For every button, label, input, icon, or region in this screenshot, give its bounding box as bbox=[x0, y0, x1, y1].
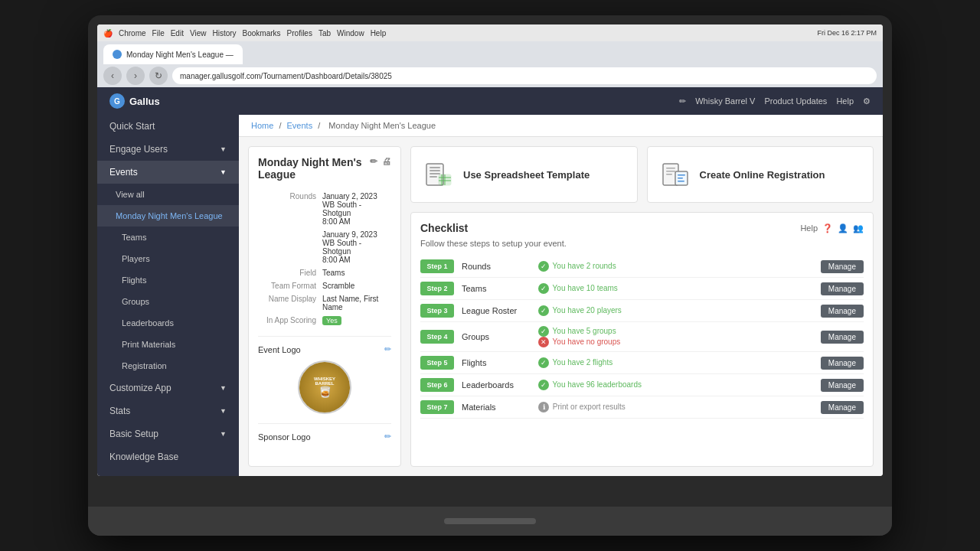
round1-info: January 2, 2023 WB South - Shotgun 8:00 … bbox=[319, 190, 391, 228]
settings-icon[interactable]: ⚙ bbox=[863, 96, 871, 106]
step6-status-text: You have 96 leaderboards bbox=[553, 380, 642, 389]
field-value: Teams bbox=[319, 266, 391, 279]
kb-label: Knowledge Base bbox=[109, 452, 178, 462]
sidebar-item-teams[interactable]: Teams bbox=[97, 227, 239, 248]
event-details: Rounds January 2, 2023 WB South - Shotgu… bbox=[258, 190, 391, 327]
spreadsheet-template-card[interactable]: Use Spreadsheet Template bbox=[410, 146, 638, 203]
name-display-value: Last Name, First Name bbox=[319, 292, 391, 314]
laptop-base bbox=[88, 507, 892, 536]
action-cards: Use Spreadsheet Template bbox=[410, 146, 874, 203]
online-registration-card[interactable]: Create Online Registration bbox=[647, 146, 874, 203]
step6-badge: Step 6 bbox=[420, 378, 454, 392]
event-title-icons: ✏ 🖨 bbox=[370, 156, 391, 167]
round1-time: 8:00 AM bbox=[322, 217, 388, 226]
product-updates-link[interactable]: Product Updates bbox=[764, 96, 827, 106]
content-body: Monday Night Men's League ✏ 🖨 Rounds bbox=[239, 137, 883, 476]
breadcrumb-sep2: / bbox=[318, 121, 322, 130]
event-panel: Monday Night Men's League ✏ 🖨 Rounds bbox=[248, 146, 401, 467]
forward-button[interactable]: › bbox=[126, 67, 145, 85]
round2-row: January 9, 2023 WB South - Shotgun 8:00 … bbox=[258, 228, 391, 266]
app-container: G Gallus ✏ Whisky Barrel V Product Updat… bbox=[97, 87, 883, 476]
mac-bar-right: Fri Dec 16 2:17 PM bbox=[817, 29, 877, 37]
checklist-panel: Checklist Help ❓ 👤 👥 Follow these steps … bbox=[410, 212, 874, 467]
breadcrumb-home[interactable]: Home bbox=[251, 121, 273, 130]
refresh-button[interactable]: ↻ bbox=[149, 67, 168, 85]
sidebar-item-print[interactable]: Print Materials bbox=[97, 334, 239, 355]
step1-ok-icon: ✓ bbox=[538, 261, 549, 272]
app-header: G Gallus ✏ Whisky Barrel V Product Updat… bbox=[97, 87, 883, 115]
checklist-help-icon[interactable]: ❓ bbox=[822, 223, 833, 233]
sidebar-item-registration[interactable]: Registration bbox=[97, 355, 239, 377]
url-bar[interactable]: manager.gallusgolf.com/Tournament/Dashbo… bbox=[172, 67, 877, 84]
checklist-share-icon[interactable]: 👥 bbox=[853, 223, 864, 233]
sidebar-item-customize[interactable]: Customize App ▼ bbox=[97, 377, 239, 399]
sidebar-item-engage[interactable]: Engage Users ▼ bbox=[97, 138, 239, 161]
active-tab[interactable]: Monday Night Men's League — bbox=[103, 44, 243, 64]
sidebar-item-leaderboards[interactable]: Leaderboards bbox=[97, 312, 239, 334]
clock: Fri Dec 16 2:17 PM bbox=[817, 29, 877, 37]
back-button[interactable]: ‹ bbox=[103, 67, 122, 85]
sidebar-item-quickstart[interactable]: Quick Start bbox=[97, 115, 239, 138]
svg-rect-11 bbox=[666, 168, 675, 169]
step3-manage-button[interactable]: Manage bbox=[821, 305, 864, 318]
event-logo-edit-icon[interactable]: ✏ bbox=[384, 344, 391, 354]
monday-league-label: Monday Night Men's League bbox=[116, 211, 223, 220]
svg-rect-16 bbox=[678, 178, 683, 179]
tab-menu: Tab bbox=[318, 29, 331, 37]
team-format-value: Scramble bbox=[319, 279, 391, 292]
sponsor-logo-edit-icon[interactable]: ✏ bbox=[384, 432, 391, 442]
rounds-row: Rounds January 2, 2023 WB South - Shotgu… bbox=[258, 190, 391, 228]
sidebar-item-events[interactable]: Events ▼ bbox=[97, 161, 239, 184]
step1-manage-button[interactable]: Manage bbox=[821, 260, 864, 273]
step4-manage-button[interactable]: Manage bbox=[821, 331, 864, 344]
step6-manage-button[interactable]: Manage bbox=[821, 379, 864, 392]
step7-name: Materials bbox=[462, 403, 531, 412]
sidebar-item-monday-league[interactable]: Monday Night Men's League bbox=[97, 205, 239, 227]
events-chevron: ▼ bbox=[220, 168, 227, 176]
sidebar-item-knowledge-base[interactable]: Knowledge Base bbox=[97, 445, 239, 468]
club-name[interactable]: Whisky Barrel V bbox=[695, 96, 755, 106]
checklist-title: Checklist bbox=[420, 222, 468, 234]
print-label: Print Materials bbox=[122, 340, 175, 349]
step2-status: ✓ You have 10 teams bbox=[538, 283, 813, 294]
right-panel: Use Spreadsheet Template bbox=[410, 146, 874, 467]
step7-manage-button[interactable]: Manage bbox=[821, 401, 864, 414]
event-print-icon[interactable]: 🖨 bbox=[382, 156, 391, 167]
step6-ok-icon: ✓ bbox=[538, 380, 549, 390]
svg-rect-1 bbox=[430, 167, 440, 168]
spreadsheet-icon bbox=[423, 159, 454, 190]
mac-bar: 🍎 Chrome File Edit View History Bookmark… bbox=[97, 24, 883, 41]
breadcrumb-events[interactable]: Events bbox=[287, 121, 313, 130]
step5-name: Flights bbox=[462, 358, 531, 367]
url-text: manager.gallusgolf.com/Tournament/Dashbo… bbox=[180, 72, 392, 80]
in-app-scoring-badge: Yes bbox=[322, 316, 341, 325]
sidebar-item-view-all[interactable]: View all bbox=[97, 184, 239, 205]
sidebar-item-groups[interactable]: Groups bbox=[97, 291, 239, 312]
step2-name: Teams bbox=[462, 284, 531, 293]
whiskey-logo: WHISKEYBARREL 🥃 bbox=[299, 362, 350, 412]
step2-ok-icon: ✓ bbox=[538, 283, 549, 294]
step2-manage-button[interactable]: Manage bbox=[821, 282, 864, 295]
step2-status-text: You have 10 teams bbox=[553, 284, 618, 292]
sponsor-logo-title-row: Sponsor Logo ✏ bbox=[258, 432, 391, 442]
view-all-label: View all bbox=[116, 190, 145, 199]
sponsor-logo-label: Sponsor Logo bbox=[258, 432, 311, 442]
stats-chevron: ▼ bbox=[220, 407, 227, 415]
checklist-user-icon[interactable]: 👤 bbox=[838, 223, 848, 233]
sidebar-item-flights[interactable]: Flights bbox=[97, 269, 239, 291]
sidebar-item-players[interactable]: Players bbox=[97, 248, 239, 269]
step1-badge: Step 1 bbox=[420, 259, 454, 273]
step1-status: ✓ You have 2 rounds bbox=[538, 261, 813, 272]
svg-rect-15 bbox=[678, 174, 685, 176]
step5-status: ✓ You have 2 flights bbox=[538, 357, 813, 368]
gallus-logo-icon: G bbox=[109, 93, 125, 109]
sidebar-item-stats[interactable]: Stats ▼ bbox=[97, 399, 239, 422]
event-edit-icon[interactable]: ✏ bbox=[370, 156, 377, 167]
step5-manage-button[interactable]: Manage bbox=[821, 357, 864, 370]
step3-badge: Step 3 bbox=[420, 304, 454, 318]
sidebar-item-basic-setup[interactable]: Basic Setup ▼ bbox=[97, 422, 239, 445]
step7-info-icon: ℹ bbox=[538, 402, 549, 412]
svg-rect-2 bbox=[430, 170, 440, 171]
help-link[interactable]: Help bbox=[836, 96, 854, 106]
tab-favicon bbox=[113, 50, 122, 59]
